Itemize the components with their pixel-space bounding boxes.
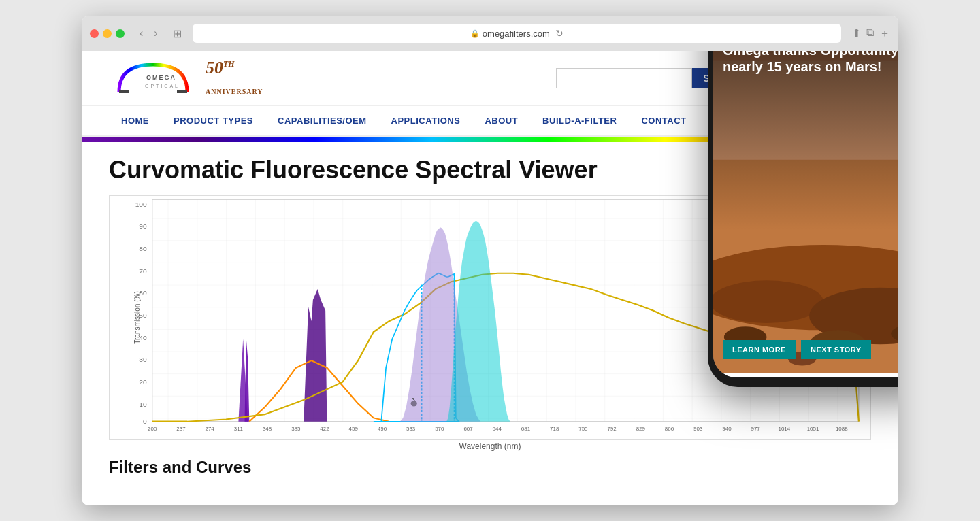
nav-applications[interactable]: APPLICATIONS <box>379 106 473 135</box>
svg-text:20: 20 <box>139 378 147 386</box>
svg-text:0: 0 <box>143 418 147 425</box>
share-icon[interactable]: ⬆ <box>852 27 861 41</box>
forward-button[interactable]: › <box>150 26 161 41</box>
nav-buttons: ‹ › <box>135 26 162 41</box>
anniversary-badge: 50THANNIVERSARY <box>206 58 263 99</box>
svg-text:70: 70 <box>139 267 147 275</box>
svg-text:459: 459 <box>349 426 358 433</box>
svg-text:829: 829 <box>636 426 645 433</box>
svg-text:OPTICAL: OPTICAL <box>145 84 180 88</box>
omega-logo-svg: OMEGA OPTICAL <box>109 58 197 99</box>
svg-text:422: 422 <box>320 426 329 433</box>
svg-text:755: 755 <box>578 426 587 433</box>
close-button[interactable] <box>90 29 99 38</box>
y-axis-label: Transmission (%) <box>133 291 141 343</box>
nav-product-types[interactable]: PRODUCT TYPES <box>161 106 265 135</box>
minimize-button[interactable] <box>103 29 112 38</box>
svg-text:↖: ↖ <box>411 397 416 403</box>
svg-text:OMEGA: OMEGA <box>146 74 176 81</box>
svg-text:1051: 1051 <box>807 426 819 433</box>
phone-inner: 9:41 ▄▄▄ WiFi ▐█▌ <box>713 51 898 377</box>
nav-about[interactable]: ABOUT <box>472 106 530 135</box>
tabs-icon[interactable]: ⧉ <box>866 27 874 41</box>
svg-text:644: 644 <box>493 426 502 433</box>
nav-capabilities[interactable]: CAPABILITIES/OEM <box>265 106 379 135</box>
story-buttons: LEARN MORE NEXT STORY <box>723 340 871 359</box>
nav-build-a-filter[interactable]: BUILD-A-FILTER <box>530 106 629 135</box>
main-content: Curvomatic Fluorescence Spectral Viewer … <box>82 142 898 484</box>
website-content: OMEGA OPTICAL 50THANNIVERSARY Search 🛒 C… <box>82 51 898 505</box>
omega-logo: OMEGA OPTICAL <box>109 58 197 99</box>
svg-text:80: 80 <box>139 245 147 252</box>
svg-text:200: 200 <box>148 426 157 433</box>
svg-text:30: 30 <box>139 356 147 364</box>
nav-home[interactable]: HOME <box>109 106 161 135</box>
svg-text:977: 977 <box>751 426 760 433</box>
search-input[interactable] <box>556 68 692 88</box>
svg-text:1088: 1088 <box>836 426 848 433</box>
svg-text:311: 311 <box>234 426 243 433</box>
phone-story: Story 2/3 Omega thanks Opportunity for n… <box>713 51 898 373</box>
svg-text:90: 90 <box>139 223 147 231</box>
svg-text:607: 607 <box>463 426 472 433</box>
maximize-button[interactable] <box>116 29 125 38</box>
svg-text:10: 10 <box>139 401 147 408</box>
filters-title: Filters and Curves <box>109 458 871 477</box>
svg-text:100: 100 <box>135 201 148 208</box>
nav-contact[interactable]: CONTACT <box>629 106 698 135</box>
svg-point-58 <box>713 280 823 323</box>
svg-text:348: 348 <box>263 426 272 433</box>
story-overlay: Story 2/3 Omega thanks Opportunity for n… <box>713 51 898 231</box>
x-axis-label: Wavelength (nm) <box>109 441 871 451</box>
new-tab-icon[interactable]: ＋ <box>879 27 890 41</box>
lock-icon: 🔒 <box>470 29 480 38</box>
svg-text:237: 237 <box>176 426 185 433</box>
logo-area: OMEGA OPTICAL 50THANNIVERSARY <box>109 58 263 99</box>
browser-actions: ⬆ ⧉ ＋ <box>852 27 890 41</box>
next-story-button[interactable]: NEXT STORY <box>801 340 871 359</box>
svg-text:274: 274 <box>206 426 215 433</box>
svg-text:1014: 1014 <box>778 426 790 433</box>
story-title: Omega thanks Opportunity for nearly 15 y… <box>723 51 898 75</box>
svg-text:681: 681 <box>521 426 530 433</box>
svg-text:496: 496 <box>378 426 387 433</box>
browser-chrome: ‹ › ⊞ 🔒 omegafilters.com ↻ ⬆ ⧉ ＋ <box>82 16 898 51</box>
tab-icon: ⊞ <box>173 27 182 40</box>
svg-text:385: 385 <box>291 426 300 433</box>
svg-text:718: 718 <box>550 426 559 433</box>
back-button[interactable]: ‹ <box>135 26 147 41</box>
svg-text:570: 570 <box>435 426 444 433</box>
svg-text:533: 533 <box>406 426 415 433</box>
svg-text:792: 792 <box>607 426 616 433</box>
svg-text:866: 866 <box>665 426 674 433</box>
url-text: omegafilters.com <box>483 29 550 39</box>
traffic-lights <box>90 29 125 38</box>
svg-text:940: 940 <box>722 426 731 433</box>
phone-overlay: 9:41 ▄▄▄ WiFi ▐█▌ <box>708 51 898 387</box>
reload-button[interactable]: ↻ <box>555 28 564 39</box>
learn-more-button[interactable]: LEARN MORE <box>723 340 796 359</box>
svg-text:903: 903 <box>693 426 702 433</box>
address-bar[interactable]: 🔒 omegafilters.com ↻ <box>193 24 841 43</box>
